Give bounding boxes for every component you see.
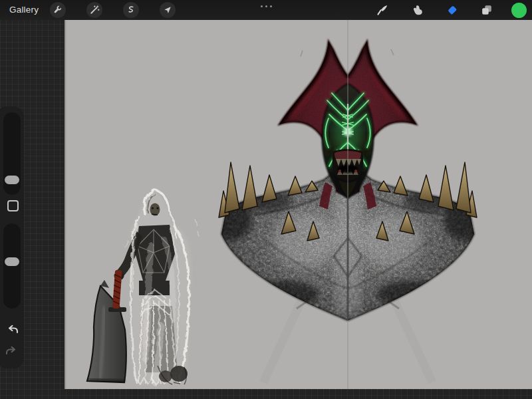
sword-blade bbox=[87, 286, 126, 382]
transform-arrow-icon bbox=[162, 5, 173, 15]
redo-arrow-icon bbox=[5, 343, 19, 358]
canvas-edge-shadow bbox=[65, 20, 66, 389]
ghost-figure bbox=[87, 190, 200, 384]
eraser-icon bbox=[446, 3, 459, 17]
opacity-slider[interactable] bbox=[3, 223, 21, 309]
drawing-canvas[interactable] bbox=[65, 20, 532, 389]
redo-button[interactable] bbox=[5, 343, 19, 358]
ghost-sword bbox=[87, 270, 126, 382]
paint-tool-button[interactable] bbox=[374, 2, 390, 18]
app-background: Gallery bbox=[0, 0, 532, 399]
undo-arrow-icon bbox=[5, 322, 19, 336]
modify-button[interactable] bbox=[7, 200, 19, 211]
layers-button[interactable] bbox=[479, 2, 495, 18]
actions-button[interactable] bbox=[50, 2, 66, 18]
sidebar-panel bbox=[0, 106, 24, 368]
undo-button[interactable] bbox=[5, 322, 19, 336]
selection-button[interactable] bbox=[123, 2, 139, 18]
opacity-handle[interactable] bbox=[5, 257, 19, 266]
magic-wand-icon bbox=[89, 5, 100, 15]
gallery-button[interactable]: Gallery bbox=[9, 0, 39, 20]
ghost-belt bbox=[139, 281, 170, 295]
selection-s-icon bbox=[126, 5, 136, 15]
color-swatch-circle[interactable] bbox=[511, 3, 527, 18]
eraser-tool-button[interactable] bbox=[444, 2, 460, 18]
brush-size-handle[interactable] bbox=[5, 176, 19, 184]
layers-icon bbox=[480, 3, 493, 17]
smudge-finger-icon bbox=[411, 3, 424, 17]
adjustments-button[interactable] bbox=[86, 2, 102, 18]
brush-icon bbox=[376, 3, 389, 17]
transform-button[interactable] bbox=[160, 2, 176, 18]
wrench-icon bbox=[53, 5, 63, 15]
ellipsis-icon[interactable] bbox=[261, 5, 275, 8]
sketch-tick-marks bbox=[301, 49, 394, 57]
smudge-tool-button[interactable] bbox=[410, 2, 426, 18]
artwork bbox=[65, 20, 532, 389]
ghost-face bbox=[150, 203, 160, 216]
top-toolbar: Gallery bbox=[0, 0, 532, 20]
